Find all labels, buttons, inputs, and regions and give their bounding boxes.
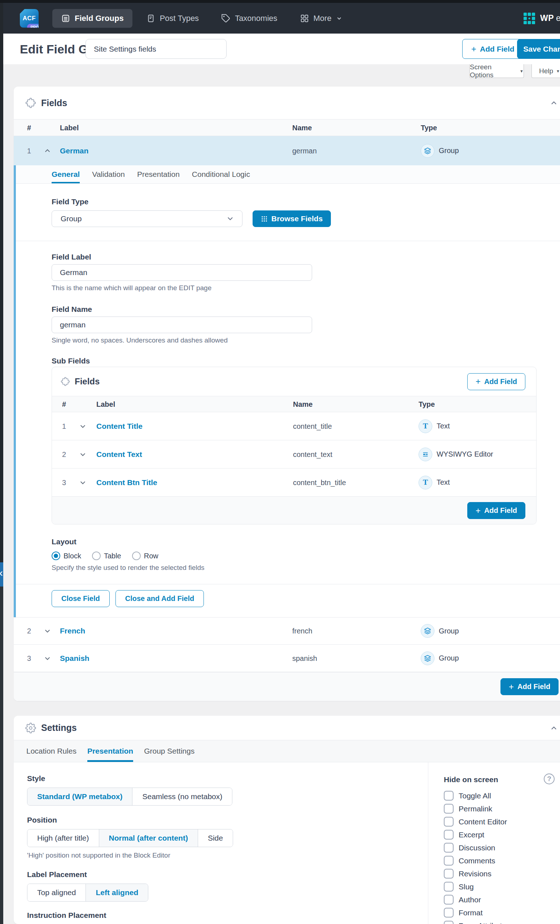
- tab-presentation-settings[interactable]: Presentation: [87, 740, 133, 762]
- browse-fields-button[interactable]: Browse Fields: [253, 210, 331, 227]
- layout-option-block[interactable]: Block: [52, 552, 81, 560]
- nav-field-groups[interactable]: Field Groups: [52, 9, 132, 28]
- puzzle-icon: [25, 98, 36, 108]
- sub-fields-panel: Fields +Add Field # Label Name Type 1 Co…: [52, 367, 536, 525]
- type-label: Group: [439, 147, 459, 155]
- checkbox-format[interactable]: Format: [444, 908, 560, 918]
- field-label-link[interactable]: Content Btn Title: [96, 478, 157, 487]
- checkbox-content-editor[interactable]: Content Editor: [444, 817, 560, 826]
- collapse-fields-panel-icon[interactable]: [550, 99, 558, 107]
- hide-on-screen-list: Toggle All Permalink Content Editor Exce…: [444, 791, 560, 924]
- sub-field-row-content-btn-title[interactable]: 3 Content Btn Title content_btn_title T …: [52, 468, 536, 496]
- help-circle-icon[interactable]: ?: [544, 774, 555, 784]
- field-name: spanish: [292, 654, 317, 662]
- chevron-down-icon[interactable]: [79, 423, 86, 429]
- field-label-link[interactable]: Content Text: [96, 450, 142, 459]
- tab-location-rules[interactable]: Location Rules: [26, 740, 76, 762]
- chevron-down-icon[interactable]: [44, 628, 51, 634]
- checkbox-slug[interactable]: Slug: [444, 882, 560, 891]
- layout-option-table[interactable]: Table: [92, 552, 121, 560]
- sub-add-field-button-footer[interactable]: +Add Field: [467, 502, 526, 519]
- sub-add-field-button[interactable]: +Add Field: [467, 373, 526, 390]
- page-header: Edit Field Group +Add Field Save Changes: [3, 34, 560, 64]
- chevron-down-icon[interactable]: [79, 479, 86, 486]
- layout-option-row[interactable]: Row: [132, 552, 159, 560]
- list-icon: [61, 14, 70, 23]
- field-label-link[interactable]: German: [60, 147, 88, 155]
- chevron-up-icon[interactable]: [44, 147, 51, 154]
- checkbox-page-attributes[interactable]: Page Attributes: [444, 921, 560, 924]
- screen-options-button[interactable]: Screen Options▼: [469, 64, 524, 78]
- radio-icon: [132, 552, 141, 560]
- field-type-select[interactable]: Group: [52, 210, 243, 227]
- position-high-button[interactable]: High (after title): [27, 830, 99, 847]
- tab-validation[interactable]: Validation: [92, 165, 125, 183]
- plus-icon: +: [471, 45, 476, 53]
- field-name-hint: Single word, no spaces. Underscores and …: [52, 336, 560, 344]
- tab-general[interactable]: General: [52, 165, 80, 183]
- field-editor-tabs: General Validation Presentation Conditio…: [16, 165, 560, 184]
- position-side-button[interactable]: Side: [198, 830, 233, 847]
- row-number: 1: [62, 422, 66, 430]
- plus-icon: +: [476, 378, 481, 385]
- nav-post-types[interactable]: Post Types: [138, 9, 208, 28]
- add-field-button[interactable]: +Add Field: [462, 39, 524, 59]
- tab-presentation[interactable]: Presentation: [137, 165, 180, 183]
- checkbox-permalink[interactable]: Permalink: [444, 804, 560, 813]
- chevron-down-icon[interactable]: [44, 655, 51, 662]
- label-placement-button-group: Top aligned Left aligned: [27, 884, 148, 902]
- tab-group-settings[interactable]: Group Settings: [144, 740, 195, 762]
- label-left-aligned-button[interactable]: Left aligned: [85, 884, 148, 901]
- document-icon: [146, 14, 156, 23]
- sub-field-row-content-title[interactable]: 1 Content Title content_title T Text: [52, 412, 536, 440]
- checkbox-icon: [444, 908, 454, 918]
- field-label-hint: This is the name which will appear on th…: [52, 284, 560, 292]
- checkbox-excerpt[interactable]: Excerpt: [444, 830, 560, 840]
- divider: [16, 241, 560, 241]
- fields-panel: Fields # Label Name Type 1 German german…: [14, 87, 560, 701]
- field-row-german[interactable]: 1 German german Group: [14, 136, 560, 165]
- acf-logo[interactable]: ACF PRO: [20, 9, 39, 28]
- chevron-down-icon[interactable]: [79, 451, 86, 458]
- save-changes-button[interactable]: Save Changes: [517, 39, 560, 59]
- group-type-icon: [421, 624, 434, 638]
- close-field-button[interactable]: Close Field: [52, 590, 110, 607]
- field-label-link[interactable]: Spanish: [60, 654, 90, 663]
- field-label-link[interactable]: Content Title: [96, 422, 142, 430]
- wp-menu-current-item[interactable]: ‹: [0, 562, 3, 586]
- col-name: Name: [293, 400, 313, 408]
- fields-panel-footer: +Add Field: [14, 672, 560, 701]
- field-row-spanish[interactable]: 3 Spanish spanish Group: [14, 645, 560, 672]
- checkbox-toggle-all[interactable]: Toggle All: [444, 791, 560, 801]
- nav-more[interactable]: More: [291, 9, 351, 28]
- checkbox-comments[interactable]: Comments: [444, 856, 560, 866]
- checkbox-author[interactable]: Author: [444, 895, 560, 904]
- settings-body: Style Standard (WP metabox) Seamless (no…: [14, 762, 560, 924]
- help-button[interactable]: Help▼: [532, 64, 560, 78]
- field-label-input[interactable]: [52, 264, 312, 281]
- nav-label: Taxonomies: [235, 14, 277, 23]
- style-setting: Style Standard (WP metabox) Seamless (no…: [27, 774, 428, 806]
- position-normal-button[interactable]: Normal (after content): [99, 830, 198, 847]
- acf-nav: Field Groups Post Types Taxonomies More: [52, 9, 351, 28]
- field-label-link[interactable]: French: [60, 627, 85, 635]
- checkbox-revisions[interactable]: Revisions: [444, 869, 560, 879]
- label-placement-setting: Label Placement Top aligned Left aligned: [27, 870, 428, 902]
- tab-conditional-logic[interactable]: Conditional Logic: [192, 165, 250, 183]
- field-row-french[interactable]: 2 French french Group: [14, 617, 560, 645]
- sub-field-row-content-text[interactable]: 2 Content Text content_text WYSIWYG Edit…: [52, 440, 536, 468]
- position-button-group: High (after title) Normal (after content…: [27, 829, 233, 847]
- style-seamless-button[interactable]: Seamless (no metabox): [132, 788, 232, 805]
- layout-hint: Specify the style used to render the sel…: [52, 564, 560, 572]
- field-name-input[interactable]: [52, 316, 312, 333]
- label-top-aligned-button[interactable]: Top aligned: [27, 884, 85, 901]
- add-field-button-footer[interactable]: +Add Field: [500, 678, 559, 695]
- field-group-title-input[interactable]: [85, 39, 227, 59]
- style-standard-button[interactable]: Standard (WP metabox): [27, 788, 132, 805]
- checkbox-discussion[interactable]: Discussion: [444, 843, 560, 852]
- row-number: 2: [27, 627, 31, 635]
- nav-taxonomies[interactable]: Taxonomies: [213, 9, 286, 28]
- close-and-add-field-button[interactable]: Close and Add Field: [115, 590, 204, 607]
- collapse-settings-panel-icon[interactable]: [550, 724, 558, 732]
- wp-admin-menu-rail: ‹: [0, 3, 3, 924]
